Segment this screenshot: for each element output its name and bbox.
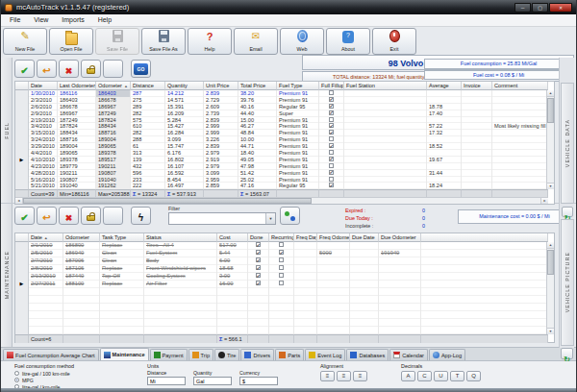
full_fillup-cell[interactable] (319, 170, 344, 177)
tab-payment[interactable]: Payment (150, 349, 188, 360)
done-checkbox[interactable] (256, 257, 261, 262)
scroll-thumb[interactable] (547, 98, 554, 123)
decimal-button-c[interactable]: C (417, 371, 432, 381)
done-cell[interactable] (248, 265, 269, 273)
distance-input[interactable]: Mi (147, 377, 186, 385)
exit-button[interactable]: Exit (372, 28, 416, 55)
email-button[interactable]: Email (234, 28, 278, 55)
col-header-total_price[interactable]: Total Price (238, 82, 277, 90)
recurring-cell[interactable] (269, 281, 294, 288)
recurring-checkbox[interactable] (279, 242, 284, 247)
align-button-2[interactable]: ≡ (353, 371, 367, 381)
done-checkbox[interactable] (256, 281, 261, 285)
full_fillup-cell[interactable] (319, 136, 344, 143)
done-cell[interactable] (248, 242, 269, 250)
go-button[interactable] (131, 60, 151, 78)
full_fillup-cell[interactable] (319, 157, 344, 163)
full_fillup-checkbox[interactable] (329, 104, 334, 109)
col-header-ind[interactable] (15, 233, 29, 242)
col-header-recurring[interactable]: Recurring (269, 233, 294, 242)
full_fillup-checkbox[interactable] (329, 90, 334, 95)
align-button-0[interactable]: ≡ (320, 371, 335, 381)
recurring-cell[interactable] (269, 242, 294, 250)
save-file-as-button[interactable]: Save File As (141, 28, 186, 55)
undo-button[interactable] (37, 60, 57, 78)
delete-button[interactable] (59, 207, 79, 225)
maximize-button[interactable]: ▢ (532, 3, 548, 12)
full_fillup-checkbox[interactable] (329, 183, 334, 187)
close-button[interactable]: ✕ (549, 3, 572, 12)
menu-item-view[interactable]: View (27, 14, 55, 26)
fuel-row[interactable]: 2/3/201018640318667827514.5712.72939.76P… (15, 97, 548, 104)
fuel-grid-hscrollbar[interactable]: ◄ ► (15, 197, 548, 204)
delete-button[interactable] (59, 60, 79, 78)
scroll-thumb[interactable] (547, 250, 554, 275)
col-header-status[interactable]: Status (144, 233, 217, 242)
full_fillup-cell[interactable] (319, 117, 344, 124)
blank-button[interactable] (103, 207, 123, 225)
done-cell[interactable] (248, 281, 269, 288)
scroll-up-icon[interactable]: ▲ (547, 90, 554, 97)
fuel-row[interactable]: 3/4/201018782418843461015.4272.99946.27P… (15, 123, 548, 130)
currency-input[interactable]: $ (239, 377, 278, 385)
lock-button[interactable] (81, 60, 101, 78)
col-header-odometer[interactable]: Odometer▲ (96, 82, 131, 90)
done-cell[interactable] (248, 250, 269, 257)
tab-fuel-consumption-average-chart[interactable]: Fuel Consumption Average Chart (3, 349, 99, 360)
fuel-row[interactable]: 2/19/20101872491878245755.2842.83915.00P… (15, 117, 548, 124)
recurring-cell[interactable] (269, 250, 294, 257)
col-header-date[interactable]: Date▲ (29, 233, 63, 242)
col-header-cost[interactable]: Cost (217, 233, 248, 242)
col-header-date[interactable]: Date (29, 82, 58, 90)
full_fillup-cell[interactable] (319, 123, 344, 130)
fuel-row[interactable]: 1/30/201018611618640328714.2122.83938.20… (15, 90, 548, 97)
col-header-quantity[interactable]: Quantity (165, 82, 204, 90)
chevron-down-icon[interactable]: ▼ (265, 213, 275, 224)
fuel-row[interactable]: 5/16/20101908071910402338.4542.95925.02P… (15, 177, 548, 184)
full_fillup-checkbox[interactable] (329, 123, 334, 128)
col-header-distance[interactable]: Distance (131, 82, 165, 90)
maintenance-row[interactable]: 2/8/2010187106ReplaceFront Windshield wi… (15, 265, 548, 273)
recurring-checkbox[interactable] (279, 250, 284, 255)
tab-app-log[interactable]: App-Log (429, 349, 465, 360)
done-checkbox[interactable] (256, 273, 261, 278)
radio-mpg[interactable]: MPG (14, 377, 141, 383)
full_fillup-cell[interactable] (319, 90, 344, 97)
full_fillup-checkbox[interactable] (329, 150, 334, 155)
fuel-row[interactable]: 3/24/20101887161890042883.0993.22610.00P… (15, 136, 548, 143)
fuel-row[interactable]: 2/9/201018696718724928216.2092.73944.40S… (15, 110, 548, 117)
full_fillup-cell[interactable] (319, 110, 344, 117)
tab-parts[interactable]: Parts (275, 349, 304, 360)
full_fillup-cell[interactable] (319, 130, 344, 136)
tab-databases[interactable]: Databases (346, 349, 389, 360)
done-cell[interactable] (248, 273, 269, 281)
accept-button[interactable] (14, 60, 35, 78)
col-header-due_odometer[interactable]: Due Odometer (379, 233, 421, 242)
col-header-fuel_station[interactable]: Fuel Station (344, 82, 427, 90)
col-header-done[interactable]: Done (248, 233, 269, 242)
lock-button[interactable] (81, 207, 101, 225)
tab-tire[interactable]: Tire (214, 349, 239, 360)
fuel-row[interactable]: 2/6/201018667818696728915.3912.60940.16R… (15, 104, 548, 110)
open-file-button[interactable]: Open File (49, 28, 93, 55)
scroll-down-icon[interactable]: ▼ (547, 183, 554, 189)
full_fillup-cell[interactable] (319, 143, 344, 150)
col-header-freq_odometer[interactable]: Freq Odometer (317, 233, 350, 242)
refresh-button[interactable] (562, 207, 573, 217)
maintenance-row[interactable]: 2/5/2010186940CleanFuel System5.44500019… (15, 250, 548, 257)
col-header-due_date[interactable]: Due Date (350, 233, 379, 242)
full_fillup-checkbox[interactable] (329, 157, 334, 161)
scroll-up-icon[interactable]: ▲ (547, 242, 554, 249)
full_fillup-checkbox[interactable] (329, 143, 334, 148)
decimal-button-u[interactable]: U (434, 371, 448, 381)
maintenance-side-panel[interactable]: MAINTENANCE (1, 204, 13, 347)
new-file-button[interactable]: New File (3, 28, 47, 55)
fuel-row[interactable]: 3/15/201018843418871628216.2842.99948.84… (15, 130, 548, 136)
col-header-task_type[interactable]: Task Type (100, 233, 144, 242)
tab-calendar[interactable]: Calendar (389, 349, 428, 360)
tab-maintenance[interactable]: Maintenance (100, 348, 149, 360)
recurring-cell[interactable] (269, 257, 294, 265)
refresh-button[interactable] (561, 348, 573, 359)
done-checkbox[interactable] (256, 250, 261, 255)
full_fillup-checkbox[interactable] (329, 177, 334, 182)
